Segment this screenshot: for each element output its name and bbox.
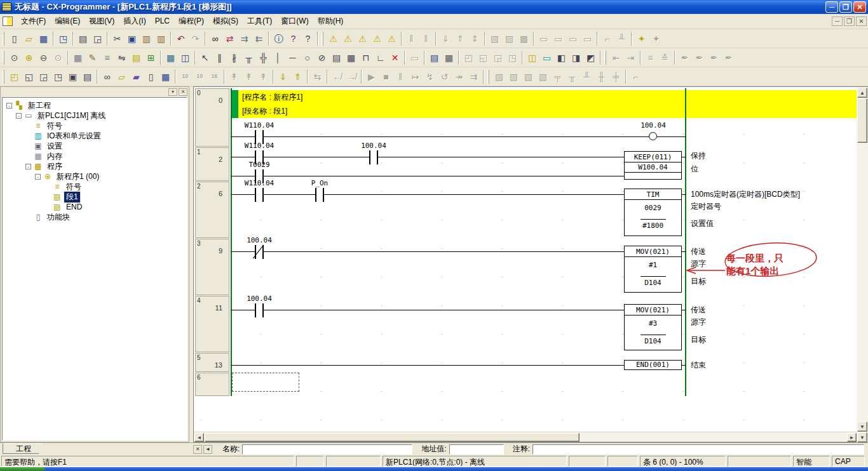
check-all-programs-button[interactable]: ⚠	[341, 31, 355, 46]
contact-nc-tool-button[interactable]: ∦	[227, 50, 241, 65]
mdi-minimize-button[interactable]: ─	[832, 17, 843, 26]
cycle-time-button[interactable]: ⌐	[600, 31, 614, 46]
scroll-down-icon-2[interactable]: ▼	[857, 432, 867, 442]
scroll-left-icon[interactable]: ◄	[194, 433, 204, 442]
sim-stop-button[interactable]: ■	[379, 69, 393, 84]
instruction-MOV(021)[interactable]: MOV(021)#1D104	[624, 246, 682, 293]
vertical-scroll-thumb[interactable]	[857, 98, 867, 143]
or-contact-nc-tool-button[interactable]: ╬	[256, 50, 271, 65]
horizontal-tool-button[interactable]: ─	[285, 50, 300, 65]
menu-item-7[interactable]: 模拟(S)	[208, 15, 243, 27]
vertical-tool-button[interactable]: │	[271, 50, 285, 65]
zoom-reset-button[interactable]: ⊙	[7, 50, 22, 65]
io-monitor-button[interactable]: ◫	[525, 50, 539, 65]
align-1-button[interactable]: ≡	[643, 50, 658, 65]
document-button[interactable]: ▯	[144, 69, 158, 84]
new-file-button[interactable]: ▯	[7, 31, 22, 46]
toolbar-handle[interactable]	[3, 32, 4, 46]
title-bar[interactable]: 无标题 - CX-Programmer - [新PLC1.新程序1.段1 [梯形…	[0, 0, 868, 14]
instruction-KEEP(011)[interactable]: KEEP(011)W100.04	[624, 151, 682, 180]
ci-view-button[interactable]: ◫	[178, 50, 193, 65]
tree-item-程序[interactable]: -▩程序	[4, 161, 186, 171]
rung-edit-2-button[interactable]: ▧	[506, 69, 521, 84]
simulator-offline-button[interactable]: ✦	[649, 31, 663, 46]
zoom-in-button[interactable]: ⊕	[22, 50, 36, 65]
cut-button[interactable]: ✂	[110, 31, 125, 46]
select-tool-button[interactable]: ↖	[198, 50, 212, 65]
note-yellow-button[interactable]: ▱	[114, 69, 129, 84]
mdi-close-button[interactable]: ✕	[856, 17, 867, 26]
start-button-fragment[interactable]	[0, 467, 44, 471]
sim-continuous-button[interactable]: ↠	[452, 69, 466, 84]
indent-left-button[interactable]: ⇤	[609, 50, 623, 65]
tree-item-新PLC1[CJ1M] 离线[interactable]: -▭新PLC1[CJ1M] 离线	[4, 110, 186, 121]
symbol-stack-button[interactable]: ▤	[427, 50, 442, 65]
minimize-button[interactable]: ─	[825, 1, 838, 13]
program-tree-view-button[interactable]: ⊞	[144, 50, 158, 65]
mark-3-button[interactable]: ✒	[707, 50, 721, 65]
tree-item-段1[interactable]: ▤段1	[4, 192, 186, 202]
rung-margin-2[interactable]: 26	[195, 182, 229, 238]
go-back-button[interactable]: ⌐	[628, 69, 643, 84]
menu-item-8[interactable]: 工具(T)	[243, 15, 276, 27]
coil-tool-button[interactable]: ○	[300, 50, 315, 65]
tab-project[interactable]: 工程	[3, 443, 44, 454]
plc-mode-program-button[interactable]: ▭	[536, 31, 551, 46]
menu-item-2[interactable]: 编辑(E)	[50, 15, 85, 27]
menu-item-3[interactable]: 视图(V)	[85, 15, 119, 27]
io-comment-view-button[interactable]: ⇋	[114, 50, 129, 65]
print-button[interactable]: ▤	[76, 31, 90, 46]
tree-item-功能块[interactable]: ▯功能块	[4, 212, 186, 222]
statement-list-button[interactable]: ≡	[100, 50, 114, 65]
rung-edit-3-button[interactable]: ▧	[521, 69, 536, 84]
force-off-button[interactable]: ↟	[241, 69, 256, 84]
plc-mode-monitor-button[interactable]: ▭	[566, 31, 580, 46]
redo-button[interactable]: ↷	[188, 31, 203, 46]
work-online-simulator-button[interactable]: ✦	[634, 31, 649, 46]
context-help-button[interactable]: ?	[301, 31, 315, 46]
close-fields-icon[interactable]: ✕	[193, 445, 202, 454]
menu-item-10[interactable]: 帮助(H)	[313, 15, 348, 27]
instruction-tool-3-button[interactable]: ⊓	[358, 50, 373, 65]
tree-collapse-icon[interactable]: -	[25, 164, 31, 169]
grid-toggle-button[interactable]: ▦	[71, 50, 85, 65]
address-input[interactable]	[449, 444, 504, 454]
pause-hand-2-button[interactable]: ↛	[344, 69, 359, 84]
rail-4-button[interactable]: ╫	[594, 69, 609, 84]
toolbar-handle[interactable]	[3, 70, 4, 84]
rail-5-button[interactable]: ╪	[609, 69, 623, 84]
or-contact-no-tool-button[interactable]: ╥	[241, 50, 256, 65]
contact-100.04[interactable]	[255, 245, 264, 259]
prev-field-icon[interactable]: ◄	[203, 445, 212, 454]
paste-button[interactable]: ▥	[139, 31, 154, 46]
sim-step-out-button[interactable]: ↺	[437, 69, 452, 84]
edit-4-button[interactable]: ◳	[505, 50, 520, 65]
send-to-plc-button[interactable]: ⇓	[276, 69, 290, 84]
contact-100.04[interactable]	[369, 150, 378, 164]
undo-button[interactable]: ↶	[173, 31, 188, 46]
restore-button[interactable]: ❐	[839, 1, 852, 13]
invert-tool-button[interactable]: ∟	[373, 50, 388, 65]
find-bit-forward-button[interactable]: ⇉	[237, 31, 252, 46]
upload-program-button[interactable]: ⇑	[453, 31, 468, 46]
flag-note-button[interactable]: ▰	[129, 69, 144, 84]
close-button[interactable]: ✕	[853, 1, 866, 13]
rung-edit-4-button[interactable]: ▧	[536, 69, 550, 84]
horizontal-scrollbar[interactable]: ◄ ►	[194, 432, 857, 442]
calendar-button[interactable]: ▦	[442, 50, 456, 65]
dialog-2-button[interactable]: ◨	[569, 50, 583, 65]
file-search-button[interactable]: ◳	[56, 31, 71, 46]
indent-right-button[interactable]: ⇥	[623, 50, 638, 65]
instruction-MOV(021)[interactable]: MOV(021)#3D104	[624, 304, 682, 350]
save-button[interactable]: ▦	[36, 31, 51, 46]
options-window-button[interactable]: ▤	[80, 69, 95, 84]
tree-item-新工程[interactable]: -▚新工程	[4, 100, 186, 110]
info-button[interactable]: ⓘ	[271, 31, 286, 46]
tree-item-新程序1 (00)[interactable]: -⊕新程序1 (00)	[4, 171, 186, 182]
tree-item-END[interactable]: ▤END	[4, 202, 186, 212]
plc-mode-run-button[interactable]: ▭	[580, 31, 595, 46]
instruction-tool-button[interactable]: ▤	[329, 50, 344, 65]
tree-item-IO表和单元设置[interactable]: ▥IO表和单元设置	[4, 131, 186, 141]
dialog-3-button[interactable]: ◩	[583, 50, 598, 65]
decimal-10-button[interactable]: 10	[178, 69, 193, 84]
